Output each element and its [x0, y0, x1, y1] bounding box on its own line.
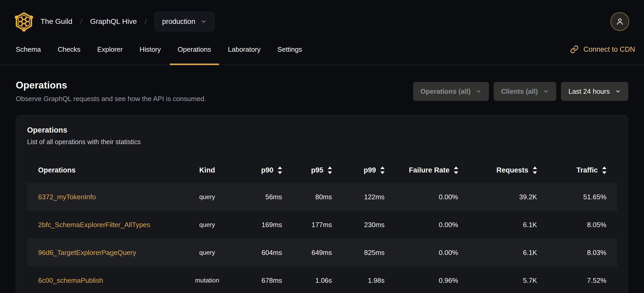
page-title-block: Operations Observe GraphQL requests and … [16, 80, 206, 103]
tab-explorer[interactable]: Explorer [89, 34, 131, 65]
sort-icon[interactable] [533, 166, 537, 174]
column-header-traffic[interactable]: Traffic [537, 157, 617, 183]
traffic-cell: 8.03% [537, 239, 617, 266]
p99-cell: 230ms [332, 211, 385, 239]
page-title: Operations [16, 80, 206, 91]
column-label: Kind [199, 166, 215, 174]
column-label: p90 [261, 166, 273, 174]
user-icon [615, 17, 625, 26]
column-header-operations: Operations [27, 157, 185, 183]
p95-cell: 649ms [282, 239, 332, 266]
p90-cell: 678ms [229, 266, 282, 293]
breadcrumb-separator: / [80, 18, 82, 26]
period-filter-dropdown[interactable]: Last 24 hours [561, 82, 628, 101]
sort-icon[interactable] [380, 166, 385, 174]
sort-icon[interactable] [278, 166, 282, 174]
kind-cell: mutation [185, 266, 229, 293]
column-label: p95 [311, 166, 323, 174]
kind-cell: query [185, 239, 229, 266]
operation-cell: 96d6_TargetExplorerPageQuery [27, 239, 185, 266]
failure_rate-cell: 0.96% [385, 266, 458, 293]
breadcrumb-project[interactable]: GraphQL Hive [90, 17, 137, 26]
tab-settings[interactable]: Settings [269, 34, 310, 65]
main-content: Operations Observe GraphQL requests and … [0, 80, 644, 293]
operations-filter-label: Operations (all) [421, 87, 471, 96]
target-selector[interactable]: production [155, 12, 214, 31]
table-row: 6c00_schemaPublishmutation678ms1.06s1.98… [27, 266, 617, 293]
card-title: Operations [27, 126, 617, 134]
p99-cell: 122ms [332, 183, 385, 211]
filters-bar: Operations (all) Clients (all) Last 24 h… [413, 82, 628, 101]
column-header-p95[interactable]: p95 [282, 157, 332, 183]
chevron-down-icon [543, 88, 549, 94]
tab-schema[interactable]: Schema [8, 34, 49, 65]
p95-cell: 1.06s [282, 266, 332, 293]
table-row: 6372_myTokenInfoquery56ms80ms122ms0.00%3… [27, 183, 617, 211]
hive-logo-icon[interactable] [15, 12, 33, 32]
column-header-kind: Kind [185, 157, 229, 183]
sort-icon[interactable] [328, 166, 332, 174]
top-header: The Guild / GraphQL Hive / production [0, 0, 644, 34]
breadcrumb-separator: / [145, 18, 147, 26]
operations-table-body: 6372_myTokenInfoquery56ms80ms122ms0.00%3… [27, 183, 617, 293]
operations-filter-dropdown[interactable]: Operations (all) [413, 82, 489, 101]
column-header-p99[interactable]: p99 [332, 157, 385, 183]
column-header-requests[interactable]: Requests [458, 157, 537, 183]
failure_rate-cell: 0.00% [385, 239, 458, 266]
failure_rate-cell: 0.00% [385, 183, 458, 211]
chevron-down-icon [201, 18, 207, 25]
sort-icon[interactable] [454, 166, 458, 174]
p95-cell: 80ms [282, 183, 332, 211]
link-icon [570, 45, 579, 54]
operations-table: Operations Kind p90 p95 p99 Fa [27, 157, 617, 293]
tab-operations[interactable]: Operations [170, 34, 219, 65]
traffic-cell: 8.05% [537, 211, 617, 239]
table-header-row: Operations Kind p90 p95 p99 Fa [27, 157, 617, 183]
chevron-down-icon [615, 88, 621, 94]
column-label: Traffic [576, 166, 598, 174]
tab-checks[interactable]: Checks [50, 34, 88, 65]
breadcrumb-org[interactable]: The Guild [40, 17, 72, 26]
table-row: 96d6_TargetExplorerPageQueryquery604ms64… [27, 239, 617, 266]
clients-filter-label: Clients (all) [501, 87, 538, 96]
operation-link[interactable]: 6372_myTokenInfo [38, 193, 96, 201]
operation-cell: 2bfc_SchemaExplorerFilter_AllTypes [27, 211, 185, 239]
user-menu-button[interactable] [610, 12, 629, 31]
clients-filter-dropdown[interactable]: Clients (all) [494, 82, 556, 101]
sort-icon[interactable] [602, 166, 606, 174]
page-header: Operations Observe GraphQL requests and … [16, 80, 628, 103]
column-header-failure-rate[interactable]: Failure Rate [385, 157, 458, 183]
kind-cell: query [185, 211, 229, 239]
p99-cell: 1.98s [332, 266, 385, 293]
column-label: Failure Rate [409, 166, 449, 174]
chevron-down-icon [476, 88, 482, 94]
traffic-cell: 51.65% [537, 183, 617, 211]
column-label: p99 [364, 166, 376, 174]
requests-cell: 6.1K [458, 211, 537, 239]
p90-cell: 169ms [229, 211, 282, 239]
traffic-cell: 7.52% [537, 266, 617, 293]
p99-cell: 825ms [332, 239, 385, 266]
p95-cell: 177ms [282, 211, 332, 239]
operation-link[interactable]: 6c00_schemaPublish [38, 276, 103, 284]
column-label: Operations [38, 166, 76, 174]
requests-cell: 5.7K [458, 266, 537, 293]
column-label: Requests [496, 166, 528, 174]
operation-link[interactable]: 2bfc_SchemaExplorerFilter_AllTypes [38, 221, 150, 229]
tab-history[interactable]: History [132, 34, 169, 65]
operation-cell: 6c00_schemaPublish [27, 266, 185, 293]
requests-cell: 39.2K [458, 183, 537, 211]
operation-link[interactable]: 96d6_TargetExplorerPageQuery [38, 249, 136, 257]
tab-laboratory[interactable]: Laboratory [220, 34, 268, 65]
connect-to-cdn-label: Connect to CDN [583, 45, 635, 54]
table-row: 2bfc_SchemaExplorerFilter_AllTypesquery1… [27, 211, 617, 239]
operations-card: Operations List of all operations with t… [16, 115, 628, 293]
column-header-p90[interactable]: p90 [229, 157, 282, 183]
operation-cell: 6372_myTokenInfo [27, 183, 185, 211]
p90-cell: 604ms [229, 239, 282, 266]
main-nav: Schema Checks Explorer History Operation… [0, 34, 644, 65]
connect-to-cdn-link[interactable]: Connect to CDN [570, 34, 637, 65]
target-selector-value: production [162, 18, 195, 26]
period-filter-label: Last 24 hours [568, 87, 610, 96]
kind-cell: query [185, 183, 229, 211]
